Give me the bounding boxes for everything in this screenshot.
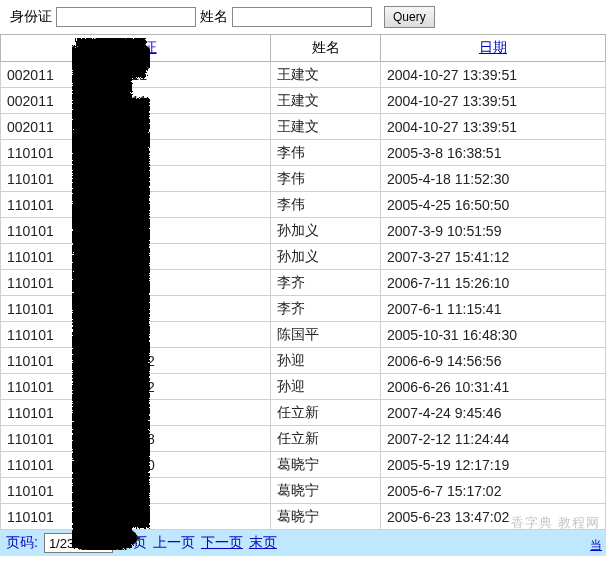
cell-id: 110101 051 (1, 270, 271, 296)
pager-label: 页码: (6, 534, 38, 552)
cell-id: 110101 019 (1, 218, 271, 244)
cell-name: 孙迎 (271, 348, 381, 374)
col-header-name: 姓名 (271, 35, 381, 62)
cell-name: 葛晓宁 (271, 452, 381, 478)
cell-id: 110101 016 (1, 192, 271, 218)
table-row: 002011 011王建文2004-10-27 13:39:51 (1, 62, 606, 88)
cell-name: 李齐 (271, 296, 381, 322)
cell-name: 李伟 (271, 166, 381, 192)
cell-date: 2005-6-23 13:47:02 (381, 504, 606, 530)
table-row: 110101 019孙加义2007-3-27 15:41:12 (1, 244, 606, 270)
cell-id: 110101 0072 (1, 374, 271, 400)
table-row: 110101 050葛晓宁2005-6-23 13:47:02 (1, 504, 606, 530)
cell-date: 2007-4-24 9:45:46 (381, 400, 606, 426)
cell-name: 李齐 (271, 270, 381, 296)
cell-name: 王建文 (271, 62, 381, 88)
table-row: 110101 016李伟2005-4-25 16:50:50 (1, 192, 606, 218)
pager-prev[interactable]: 上一页 (153, 534, 195, 552)
cell-name: 任立新 (271, 400, 381, 426)
cell-name: 李伟 (271, 140, 381, 166)
cell-name: 葛晓宁 (271, 504, 381, 530)
cell-id: 110101 050 (1, 504, 271, 530)
cell-name: 李伟 (271, 192, 381, 218)
search-bar: 身份证 姓名 Query (0, 0, 606, 34)
id-input[interactable] (56, 7, 196, 27)
table-row: 002011 011王建文2004-10-27 13:39:51 (1, 88, 606, 114)
cell-date: 2007-3-27 15:41:12 (381, 244, 606, 270)
table-row: 110101 018任立新2007-4-24 9:45:46 (1, 400, 606, 426)
cell-id: 110101 018 (1, 400, 271, 426)
cell-name: 任立新 (271, 426, 381, 452)
cell-id: 110101 016 (1, 166, 271, 192)
cell-name: 陈国平 (271, 322, 381, 348)
cell-date: 2005-4-18 11:52:30 (381, 166, 606, 192)
table-row: 110101 016李伟2005-4-18 11:52:30 (1, 166, 606, 192)
cell-date: 2005-4-25 16:50:50 (381, 192, 606, 218)
pager-bar: 页码: 1/23238 首页 上一页 下一页 末页 (0, 530, 606, 556)
col-header-id[interactable]: 身份证 (1, 35, 271, 62)
pager-last[interactable]: 末页 (249, 534, 277, 552)
cell-date: 2005-3-8 16:38:51 (381, 140, 606, 166)
cell-date: 2006-6-9 14:56:56 (381, 348, 606, 374)
cell-id: 110101 050 (1, 478, 271, 504)
table-row: 110101 051李齐2007-6-1 11:15:41 (1, 296, 606, 322)
table-header-row: 身份证 姓名 日期 (1, 35, 606, 62)
table-row: 110101 050葛晓宁2005-6-7 15:17:02 (1, 478, 606, 504)
cell-date: 2007-3-9 10:51:59 (381, 218, 606, 244)
cell-id: 002011 011 (1, 88, 271, 114)
sort-id-link[interactable]: 身份证 (115, 39, 157, 55)
col-header-date[interactable]: 日期 (381, 35, 606, 62)
table-row: 110101 016李伟2005-3-8 16:38:51 (1, 140, 606, 166)
sort-date-link[interactable]: 日期 (479, 39, 507, 55)
table-row: 110101 0072孙迎2006-6-9 14:56:56 (1, 348, 606, 374)
table-row: 110101 019孙加义2007-3-9 10:51:59 (1, 218, 606, 244)
cell-name: 王建文 (271, 114, 381, 140)
table-row: 110101 518陈国平2005-10-31 16:48:30 (1, 322, 606, 348)
pager-first[interactable]: 首页 (119, 534, 147, 552)
cell-date: 2007-2-12 11:24:44 (381, 426, 606, 452)
cell-id: 002011 11 (1, 114, 271, 140)
pager-next[interactable]: 下一页 (201, 534, 243, 552)
query-button[interactable]: Query (384, 6, 435, 28)
id-label: 身份证 (10, 8, 52, 26)
table-row: 110101 051李齐2006-7-11 15:26:10 (1, 270, 606, 296)
table-row: 110101 2018任立新2007-2-12 11:24:44 (1, 426, 606, 452)
cell-date: 2005-6-7 15:17:02 (381, 478, 606, 504)
table-row: 002011 11王建文2004-10-27 13:39:51 (1, 114, 606, 140)
cell-date: 2005-10-31 16:48:30 (381, 322, 606, 348)
page-select[interactable]: 1/23238 (44, 533, 113, 553)
cell-id: 110101 051 (1, 296, 271, 322)
cell-name: 孙加义 (271, 218, 381, 244)
results-table: 身份证 姓名 日期 002011 011王建文2004-10-27 13:39:… (0, 34, 606, 530)
cell-date: 2006-6-26 10:31:41 (381, 374, 606, 400)
cell-id: 110101 2018 (1, 426, 271, 452)
cell-id: 110101 518 (1, 322, 271, 348)
cell-id: 110101 7050 (1, 452, 271, 478)
cell-date: 2005-5-19 12:17:19 (381, 452, 606, 478)
name-input[interactable] (232, 7, 372, 27)
cell-date: 2004-10-27 13:39:51 (381, 88, 606, 114)
table-body: 002011 011王建文2004-10-27 13:39:51002011 0… (1, 62, 606, 530)
table-row: 110101 0072孙迎2006-6-26 10:31:41 (1, 374, 606, 400)
cell-date: 2006-7-11 15:26:10 (381, 270, 606, 296)
footer-link[interactable]: 当 (590, 537, 602, 554)
cell-name: 孙加义 (271, 244, 381, 270)
cell-name: 孙迎 (271, 374, 381, 400)
cell-id: 110101 0072 (1, 348, 271, 374)
cell-name: 葛晓宁 (271, 478, 381, 504)
cell-id: 110101 019 (1, 244, 271, 270)
cell-id: 002011 011 (1, 62, 271, 88)
cell-date: 2007-6-1 11:15:41 (381, 296, 606, 322)
name-label: 姓名 (200, 8, 228, 26)
table-row: 110101 7050葛晓宁2005-5-19 12:17:19 (1, 452, 606, 478)
cell-id: 110101 016 (1, 140, 271, 166)
cell-name: 王建文 (271, 88, 381, 114)
cell-date: 2004-10-27 13:39:51 (381, 62, 606, 88)
cell-date: 2004-10-27 13:39:51 (381, 114, 606, 140)
